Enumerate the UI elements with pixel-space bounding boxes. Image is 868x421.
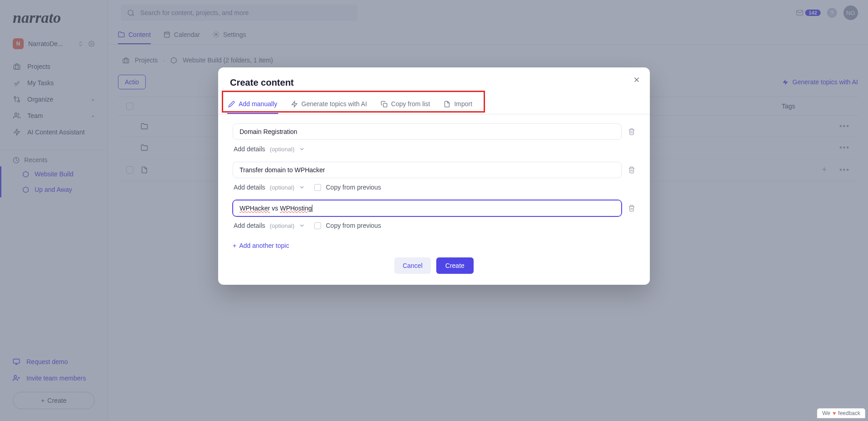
topic-input-3[interactable]: WPHacker vs WPHosting bbox=[233, 200, 622, 216]
file-icon bbox=[444, 101, 450, 108]
topic-input-2[interactable] bbox=[233, 162, 622, 178]
svg-rect-25 bbox=[383, 103, 387, 107]
svg-marker-24 bbox=[292, 101, 297, 107]
create-submit-button[interactable]: Create bbox=[436, 257, 474, 274]
trash-icon[interactable] bbox=[628, 128, 635, 135]
trash-icon[interactable] bbox=[628, 166, 635, 174]
modal-tab-ai[interactable]: Generate topics with AI bbox=[290, 95, 368, 114]
add-details-toggle[interactable]: Add details bbox=[234, 184, 265, 191]
chevron-down-icon[interactable] bbox=[299, 184, 305, 190]
add-details-toggle[interactable]: Add details bbox=[234, 222, 265, 229]
checkbox-icon[interactable] bbox=[314, 222, 321, 229]
heart-icon: ♥ bbox=[832, 410, 836, 416]
copy-from-previous[interactable]: Copy from previous bbox=[314, 222, 381, 229]
create-content-modal: Create content Add manually Generate top… bbox=[218, 67, 650, 285]
feedback-widget[interactable]: We ♥ feedback bbox=[817, 408, 865, 418]
topic-input-1[interactable] bbox=[233, 123, 622, 140]
copy-from-previous[interactable]: Copy from previous bbox=[314, 184, 381, 191]
modal-overlay: Create content Add manually Generate top… bbox=[0, 0, 868, 421]
modal-title: Create content bbox=[230, 77, 638, 88]
copy-icon bbox=[381, 101, 388, 108]
add-another-topic-button[interactable]: + Add another topic bbox=[233, 242, 289, 249]
trash-icon[interactable] bbox=[628, 205, 635, 212]
modal-tab-copy[interactable]: Copy from list bbox=[380, 95, 431, 114]
modal-tab-manual[interactable]: Add manually bbox=[227, 95, 278, 114]
chevron-down-icon[interactable] bbox=[299, 146, 305, 152]
add-details-toggle[interactable]: Add details bbox=[234, 145, 265, 153]
checkbox-icon[interactable] bbox=[314, 184, 321, 191]
chevron-down-icon[interactable] bbox=[299, 222, 305, 229]
modal-tab-import[interactable]: Import bbox=[443, 95, 473, 114]
pencil-icon bbox=[228, 101, 235, 108]
lightning-icon bbox=[291, 101, 298, 108]
cancel-button[interactable]: Cancel bbox=[394, 257, 431, 274]
plus-icon: + bbox=[233, 242, 236, 249]
close-button[interactable] bbox=[633, 76, 641, 84]
